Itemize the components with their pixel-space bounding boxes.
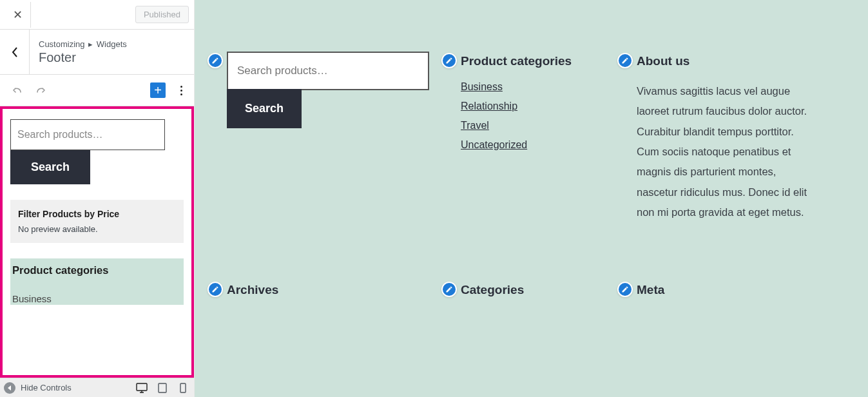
collapse-controls-button[interactable] xyxy=(4,382,15,394)
device-preview-switcher xyxy=(136,382,189,394)
undo-button[interactable] xyxy=(9,82,24,98)
triangle-left-icon xyxy=(7,385,12,391)
search-button-mini[interactable]: Search xyxy=(10,150,90,184)
product-category-item: Business xyxy=(10,282,184,304)
svg-rect-2 xyxy=(180,383,186,392)
filter-price-block[interactable]: Filter Products by Price No preview avai… xyxy=(10,200,184,243)
footer-widget-categories: Categories xyxy=(461,280,619,297)
category-link[interactable]: Travel xyxy=(461,120,489,131)
section-title: Footer xyxy=(39,50,185,65)
filter-block-no-preview: No preview available. xyxy=(18,224,176,234)
publish-button[interactable]: Published xyxy=(135,6,189,23)
tablet-icon xyxy=(158,383,167,393)
footer-widget-search: Search xyxy=(227,52,443,128)
panel-topbar: ✕ Published xyxy=(0,0,194,30)
add-block-button[interactable]: + xyxy=(150,82,166,98)
footer-widget-archives: Archives xyxy=(227,280,443,297)
customizer-panel: ✕ Published Customizing ▸ Widgets Footer… xyxy=(0,0,195,397)
kebab-dot-icon xyxy=(180,86,182,88)
about-body-text: Vivamus sagittis lacus vel augue laoreet… xyxy=(637,81,817,222)
search-input[interactable] xyxy=(227,52,429,90)
svg-rect-0 xyxy=(137,383,147,391)
more-options-button[interactable] xyxy=(175,82,188,98)
product-categories-list: Business Relationship Travel Uncategoriz… xyxy=(461,81,619,151)
pencil-icon xyxy=(445,286,453,293)
edit-widget-button[interactable] xyxy=(207,282,223,297)
search-button[interactable]: Search xyxy=(227,89,302,128)
plus-icon: + xyxy=(154,84,162,97)
breadcrumb-root: Customizing xyxy=(39,39,85,49)
edit-widget-button[interactable] xyxy=(617,53,633,68)
widget-title: Product categories xyxy=(461,54,619,68)
pencil-icon xyxy=(621,286,629,293)
pencil-icon xyxy=(211,286,219,293)
product-categories-block[interactable]: Product categories Business xyxy=(10,258,184,305)
close-customizer-button[interactable]: ✕ xyxy=(5,2,31,28)
site-preview: Search Product categories Business Relat… xyxy=(195,0,868,397)
svg-rect-1 xyxy=(159,383,166,392)
product-categories-title: Product categories xyxy=(10,259,184,282)
hide-controls-label[interactable]: Hide Controls xyxy=(21,383,72,392)
category-link[interactable]: Business xyxy=(461,81,503,92)
kebab-dot-icon xyxy=(180,90,182,92)
pencil-icon xyxy=(211,57,219,64)
widget-title: Meta xyxy=(637,283,817,297)
category-link[interactable]: Relationship xyxy=(461,101,517,111)
pencil-icon xyxy=(445,57,453,64)
mobile-icon xyxy=(180,383,186,393)
footer-widget-meta: Meta xyxy=(637,280,817,297)
chevron-left-icon xyxy=(12,47,18,57)
list-item: Business xyxy=(461,81,619,93)
pencil-icon xyxy=(621,57,629,64)
edit-widget-button[interactable] xyxy=(207,53,223,68)
list-item: Uncategorized xyxy=(461,139,619,151)
desktop-icon xyxy=(136,383,148,393)
undo-icon xyxy=(10,84,23,97)
block-toolbar: + xyxy=(0,75,194,106)
widget-title: Categories xyxy=(461,283,619,297)
list-item: Travel xyxy=(461,120,619,131)
back-button[interactable] xyxy=(0,30,30,74)
category-link[interactable]: Uncategorized xyxy=(461,139,527,150)
block-list: Search products… Search Filter Products … xyxy=(0,106,194,378)
filter-block-title: Filter Products by Price xyxy=(18,209,176,219)
footer-widget-product-categories: Product categories Business Relationship… xyxy=(461,52,619,159)
footer-widget-about: About us Vivamus sagittis lacus vel augu… xyxy=(637,52,817,222)
widget-title: Archives xyxy=(227,283,443,297)
redo-icon xyxy=(35,84,48,97)
edit-widget-button[interactable] xyxy=(441,282,457,297)
breadcrumb: Customizing ▸ Widgets Footer xyxy=(30,33,194,72)
panel-footer: Hide Controls xyxy=(0,378,194,397)
tablet-device-button[interactable] xyxy=(157,382,168,394)
breadcrumb-section: Widgets xyxy=(97,39,127,49)
search-block[interactable]: Search products… Search xyxy=(10,119,184,184)
close-icon: ✕ xyxy=(13,8,23,22)
redo-button[interactable] xyxy=(34,82,49,98)
list-item: Relationship xyxy=(461,101,619,112)
widget-title: About us xyxy=(637,54,817,68)
search-input-mini[interactable]: Search products… xyxy=(10,119,165,150)
mobile-device-button[interactable] xyxy=(177,382,189,394)
breadcrumb-separator-icon: ▸ xyxy=(88,39,93,49)
desktop-device-button[interactable] xyxy=(136,382,148,394)
edit-widget-button[interactable] xyxy=(441,53,457,68)
panel-header: Customizing ▸ Widgets Footer xyxy=(0,30,194,75)
kebab-dot-icon xyxy=(180,93,182,95)
